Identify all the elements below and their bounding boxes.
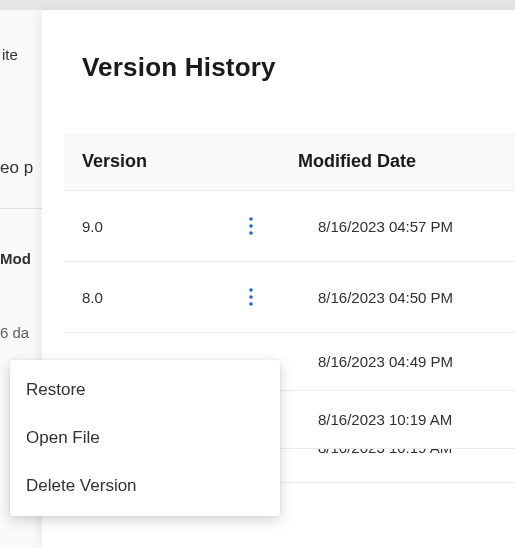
version-cell: 8.0: [82, 289, 238, 306]
context-menu-open-file[interactable]: Open File: [10, 414, 280, 462]
modified-date-cell: 8/16/2023 10:19 AM: [298, 411, 515, 428]
column-header-modified-date[interactable]: Modified Date: [298, 151, 515, 172]
row-context-menu: Restore Open File Delete Version: [10, 360, 280, 516]
svg-point-3: [249, 288, 253, 292]
context-menu-restore[interactable]: Restore: [10, 366, 280, 414]
bg-row-value-fragment: 6 da: [0, 324, 29, 341]
version-cell: 9.0: [82, 218, 238, 235]
modified-date-cell: 8/16/2023 04:49 PM: [298, 353, 515, 370]
modified-date-cell: 8/16/2023 04:50 PM: [298, 289, 515, 306]
table-header-row: Version Modified Date: [64, 133, 515, 191]
modified-date-cell: 8/16/2023 04:57 PM: [298, 218, 515, 235]
bg-divider: [0, 208, 42, 209]
row-actions-button[interactable]: [238, 282, 264, 312]
row-actions-button[interactable]: [238, 211, 264, 241]
table-row: 9.0 8/16/2023 04:57 PM: [64, 191, 515, 262]
svg-point-2: [249, 231, 253, 235]
background-top-bar: [0, 0, 515, 10]
svg-point-1: [249, 224, 253, 228]
svg-point-0: [249, 217, 253, 221]
bg-column-label-fragment: Mod: [0, 250, 31, 267]
more-vertical-icon: [249, 217, 253, 235]
more-vertical-icon: [249, 288, 253, 306]
svg-point-5: [249, 302, 253, 306]
svg-point-4: [249, 295, 253, 299]
context-menu-delete-version[interactable]: Delete Version: [10, 462, 280, 510]
panel-title: Version History: [42, 10, 515, 83]
bg-tab-fragment: ite: [0, 38, 18, 71]
table-row: 8.0 8/16/2023 04:50 PM: [64, 262, 515, 333]
bg-header-fragment: eo p: [0, 158, 33, 178]
column-header-version[interactable]: Version: [82, 151, 298, 172]
modified-date-cell: 8/16/2023 10:19 AM: [298, 449, 515, 456]
